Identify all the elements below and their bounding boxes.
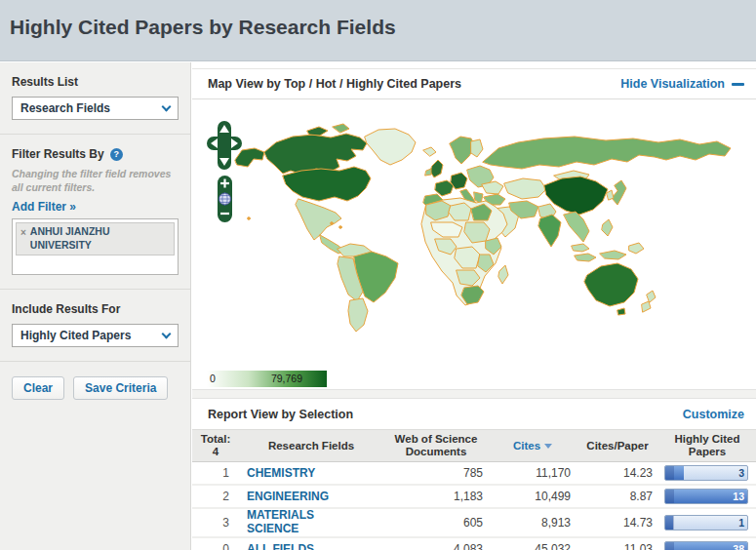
sidebar: Results List Research Fields Filter Resu…	[0, 62, 191, 550]
map-arctic-island[interactable]	[333, 124, 349, 133]
main-content: Map View by Top / Hot / Highly Cited Pap…	[192, 62, 756, 550]
map-country-new-zealand[interactable]	[647, 291, 656, 302]
map-country-greenland[interactable]	[365, 129, 416, 165]
highly-cited-bar: 3	[664, 465, 748, 481]
criteria-buttons-section: Clear Save Criteria	[0, 362, 190, 413]
map-country-malaysia[interactable]	[572, 244, 589, 252]
row-cites: 45,032	[489, 542, 577, 550]
map-region-tasmania[interactable]	[617, 308, 625, 315]
map-country-finland[interactable]	[471, 139, 483, 157]
row-rank: 3	[192, 516, 239, 530]
map-country-indonesia[interactable]	[600, 251, 626, 259]
globe-icon	[219, 193, 231, 205]
results-list-selected: Research Fields	[20, 101, 110, 115]
row-cites-per-paper: 11.03	[577, 542, 658, 550]
map-country-usa[interactable]	[283, 167, 371, 201]
column-header-cites[interactable]: Cites	[489, 437, 577, 455]
map-country-alaska[interactable]	[235, 148, 264, 167]
report-table: Total: 4 Research Fields Web of Science …	[192, 430, 756, 550]
total-header: Total: 4	[192, 430, 239, 461]
row-rank: 2	[192, 490, 239, 503]
customize-link[interactable]: Customize	[683, 408, 744, 421]
save-criteria-button[interactable]: Save Criteria	[73, 376, 168, 400]
chevron-down-icon	[162, 101, 172, 111]
scale-min-label: 0	[210, 373, 216, 384]
highly-cited-bar: 13	[664, 489, 748, 504]
map-region-southeast-asia[interactable]	[564, 212, 589, 242]
row-cites-per-paper: 8.87	[577, 490, 658, 503]
column-header-highly-cited[interactable]: Highly Cited Papers	[658, 430, 756, 461]
map-view-title: Map View by Top / Hot / Highly Cited Pap…	[208, 77, 461, 91]
column-header-documents[interactable]: Web of Science Documents	[383, 430, 489, 461]
hide-visualization-link[interactable]: Hide Visualization	[620, 77, 744, 91]
highly-cited-bar: 38	[664, 541, 748, 550]
field-link[interactable]: ENGINEERING	[247, 491, 329, 504]
map-country-ireland[interactable]	[425, 169, 431, 176]
table-row: 1 CHEMISTRY 785 11,170 14.23 3	[192, 462, 756, 486]
row-cites: 8,913	[489, 516, 577, 530]
table-header-row: Total: 4 Research Fields Web of Science …	[192, 430, 756, 462]
results-list-dropdown[interactable]: Research Fields	[12, 97, 179, 120]
row-cites: 10,499	[489, 490, 577, 503]
map-country-india[interactable]	[538, 215, 561, 247]
map-country-argentina[interactable]	[348, 298, 368, 332]
map-arctic-island[interactable]	[307, 127, 328, 136]
row-cites-per-paper: 14.23	[577, 466, 658, 480]
map-country-new-zealand[interactable]	[642, 301, 651, 312]
column-header-cites-per-paper[interactable]: Cites/Paper	[577, 437, 658, 455]
map-country-ukraine[interactable]	[482, 181, 503, 194]
minus-icon	[732, 83, 744, 86]
panel-divider	[192, 389, 756, 399]
row-documents: 4,083	[383, 542, 489, 550]
map-region-new-guinea[interactable]	[629, 243, 644, 254]
map-country-indonesia[interactable]	[575, 254, 596, 261]
row-documents: 1,183	[383, 490, 489, 503]
row-cites: 11,170	[489, 466, 577, 480]
page-title: Highly Cited Papers by Research Fields	[0, 0, 756, 39]
map-country-australia[interactable]	[584, 263, 638, 306]
bar-value: 13	[733, 491, 744, 502]
include-results-label: Include Results For	[12, 302, 179, 316]
map-country-iceland[interactable]	[423, 147, 436, 156]
world-map-svg[interactable]: 0 79,769	[192, 99, 756, 389]
map-country-madagascar[interactable]	[498, 265, 508, 284]
map-country-japan[interactable]	[612, 180, 626, 205]
add-filter-link[interactable]: Add Filter »	[12, 200, 179, 214]
bar-value: 3	[738, 467, 744, 479]
clear-button[interactable]: Clear	[12, 376, 64, 400]
chevron-down-icon	[162, 329, 172, 338]
field-link[interactable]: MATERIALS SCIENCE	[247, 509, 344, 536]
row-rank: 0	[192, 542, 239, 550]
table-row: 0 ALL FIELDS 4,083 45,032 11.03 38	[192, 538, 756, 550]
field-link[interactable]: ALL FIELDS	[247, 543, 314, 550]
filter-chip[interactable]: × ANHUI JIANZHU UNIVERSITY	[16, 222, 175, 255]
map-country-libya[interactable]	[449, 203, 471, 220]
field-link[interactable]: CHEMISTRY	[247, 467, 315, 481]
page-header: Highly Cited Papers by Research Fields	[0, 0, 756, 61]
filter-chip-label: ANHUI JIANZHU UNIVERSITY	[30, 225, 170, 252]
include-results-section: Include Results For Highly Cited Papers	[0, 290, 190, 362]
remove-filter-icon[interactable]: ×	[20, 226, 26, 239]
report-panel-header: Report View by Selection Customize	[192, 399, 756, 430]
map-country-russia[interactable]	[483, 137, 731, 169]
world-map-area: 0 79,769	[192, 99, 756, 389]
include-results-dropdown[interactable]: Highly Cited Papers	[12, 324, 179, 347]
row-documents: 785	[383, 466, 489, 480]
column-header-field[interactable]: Research Fields	[239, 437, 383, 455]
map-country-korea[interactable]	[607, 190, 614, 200]
map-island-dot	[331, 222, 334, 225]
filter-note: Changing the filter field removes all cu…	[12, 168, 179, 194]
row-rank: 1	[192, 466, 239, 480]
row-cites-per-paper: 14.73	[577, 516, 658, 530]
active-filters-listbox[interactable]: × ANHUI JIANZHU UNIVERSITY	[12, 218, 179, 275]
map-zoom-control[interactable]	[218, 176, 232, 222]
map-country-uk[interactable]	[430, 160, 443, 177]
map-country-mexico[interactable]	[296, 199, 341, 240]
include-results-selected: Highly Cited Papers	[20, 329, 131, 342]
map-country-philippines[interactable]	[602, 219, 613, 236]
help-icon[interactable]: ?	[110, 148, 123, 161]
map-island-dot	[248, 217, 251, 220]
filter-results-label: Filter Results By	[12, 147, 104, 161]
filter-section: Filter Results By ? Changing the filter …	[0, 135, 190, 290]
map-region-kazakhstan[interactable]	[504, 178, 546, 199]
